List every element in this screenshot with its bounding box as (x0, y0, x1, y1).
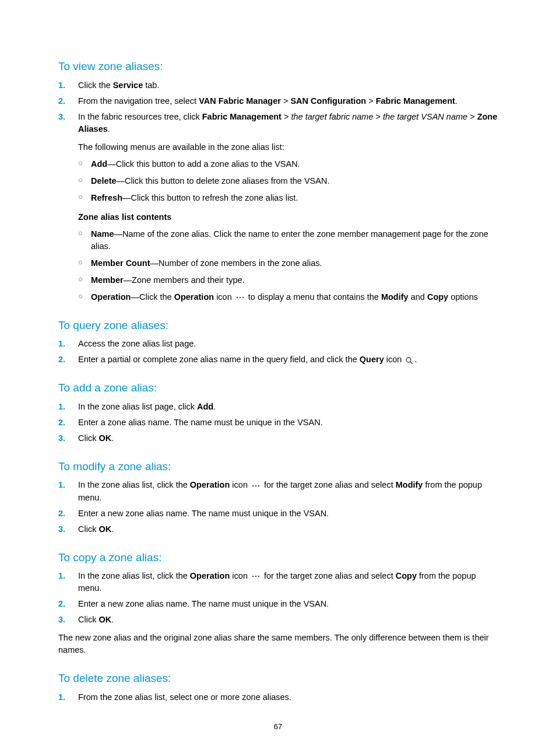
text: In the fabric resources tree, click (78, 112, 202, 121)
bold: Operation (91, 292, 131, 302)
text: for the target zone alias and select (262, 571, 396, 580)
svg-point-5 (252, 485, 254, 486)
text: Click (78, 615, 98, 624)
heading-modify: To modify a zone alias: (58, 459, 498, 475)
step-body: In the zone alias list, click the Operat… (78, 570, 498, 594)
step-number: 1. (58, 401, 78, 413)
step: 3.Click OK. (58, 523, 498, 536)
bold: Operation (190, 480, 230, 489)
text: tab. (143, 80, 159, 90)
step-body: Enter a partial or complete zone alias n… (78, 354, 498, 366)
text: to display a menu that contains the (246, 292, 381, 302)
step-body: Access the zone alias list page. (78, 338, 498, 350)
step: 2.Enter a partial or complete zone alias… (58, 354, 498, 366)
step-body: From the navigation tree, select VAN Fab… (78, 95, 498, 107)
circle-bullet-icon: ○ (78, 228, 91, 253)
text: —Click this button to refresh the zone a… (122, 193, 298, 202)
page-number: 67 (0, 722, 556, 733)
bold: Member Count (91, 258, 150, 268)
step-body: Click OK. (78, 432, 498, 444)
step-body: From the zone alias list, select one or … (78, 691, 498, 704)
heading-delete: To delete zone aliases: (58, 670, 498, 687)
text: icon (230, 571, 250, 580)
text: Click (78, 433, 98, 443)
step-body: In the fabric resources tree, click Fabr… (78, 111, 498, 135)
step: 3.Click OK. (58, 614, 498, 626)
italic: the target fabric name (291, 112, 373, 121)
step-number: 1. (58, 338, 78, 350)
step-number: 3. (58, 614, 78, 626)
step: 1.Access the zone alias list page. (58, 338, 498, 350)
step-body: Enter a zone alias name. The name must b… (78, 416, 498, 429)
step-body: In the zone alias list, click the Operat… (78, 479, 498, 503)
list-item: ○Name—Name of the zone alias. Click the … (78, 228, 498, 253)
circle-bullet-icon: ○ (78, 192, 91, 204)
list-body: Name—Name of the zone alias. Click the n… (91, 228, 498, 253)
step-number: 1. (58, 479, 78, 503)
bold: Name (91, 229, 114, 239)
steps-copy: 1.In the zone alias list, click the Oper… (58, 570, 498, 626)
text: . (455, 96, 458, 106)
steps-view: 1. Click the Service tab. 2. From the na… (58, 79, 498, 135)
text: icon (384, 355, 404, 364)
bold: OK (98, 615, 111, 624)
step-number: 1. (58, 691, 78, 704)
bold: Modify (396, 480, 423, 489)
step-body: Enter a new zone alias name. The name mu… (78, 598, 498, 610)
step-body: Click OK. (78, 523, 498, 536)
step-body: Enter a new zone alias name. The name mu… (78, 508, 498, 520)
bold: Fabric Management (202, 112, 281, 121)
text: icon (230, 480, 250, 489)
step: 3. In the fabric resources tree, click F… (58, 111, 498, 135)
step-number: 2. (58, 508, 78, 520)
text: and (409, 292, 427, 302)
text: > (374, 112, 383, 121)
svg-point-0 (237, 297, 238, 298)
magnifier-icon (405, 356, 413, 365)
step: 2. From the navigation tree, select VAN … (58, 95, 498, 107)
text: . (213, 402, 216, 411)
list-item: ○Add—Click this button to add a zone ali… (78, 158, 498, 170)
followup-text: The following menus are available in the… (78, 141, 498, 153)
svg-point-2 (242, 297, 244, 298)
step: 2.Enter a new zone alias name. The name … (58, 508, 498, 520)
step: 2.Enter a zone alias name. The name must… (58, 416, 498, 429)
step: 1.In the zone alias list, click the Oper… (58, 570, 498, 594)
list-body: Add—Click this button to add a zone alia… (91, 158, 300, 170)
step-number: 2. (58, 354, 78, 366)
svg-point-1 (240, 297, 241, 298)
text: —Click the (131, 292, 174, 302)
step-number: 2. (58, 416, 78, 429)
svg-point-3 (406, 358, 411, 362)
list-body: Refresh—Click this button to refresh the… (91, 192, 298, 204)
bold: Service (113, 80, 143, 90)
bold: Delete (91, 176, 117, 186)
bold: OK (98, 433, 111, 443)
text: . (414, 355, 417, 364)
step-number: 1. (58, 570, 78, 594)
steps-query: 1.Access the zone alias list page. 2.Ent… (58, 338, 498, 366)
steps-delete: 1.From the zone alias list, select one o… (58, 691, 498, 704)
step: 1.From the zone alias list, select one o… (58, 691, 498, 704)
circle-bullet-icon: ○ (78, 175, 91, 187)
text: In the zone alias list, click the (78, 480, 190, 489)
step: 2.Enter a new zone alias name. The name … (58, 598, 498, 610)
text: —Click this button to add a zone alias t… (107, 159, 300, 169)
text: Click the (78, 80, 113, 90)
bold: Operation (190, 571, 230, 580)
step: 1. Click the Service tab. (58, 79, 498, 92)
text: for the target zone alias and select (262, 480, 396, 489)
italic: the target VSAN name (383, 112, 467, 121)
heading-query: To query zone aliases: (58, 317, 498, 334)
list-body: Delete—Click this button to delete zone … (91, 175, 329, 187)
text: icon (214, 292, 234, 302)
list-body: Member Count—Number of zone members in t… (91, 257, 322, 270)
bold: Query (360, 355, 384, 364)
step-number: 1. (58, 79, 78, 92)
text: Click (78, 524, 98, 534)
text: —Number of zone members in the zone alia… (150, 258, 322, 268)
step: 1.In the zone alias list page, click Add… (58, 401, 498, 413)
text: In the zone alias list, click the (78, 571, 190, 580)
steps-add: 1.In the zone alias list page, click Add… (58, 401, 498, 444)
svg-point-8 (252, 576, 254, 577)
